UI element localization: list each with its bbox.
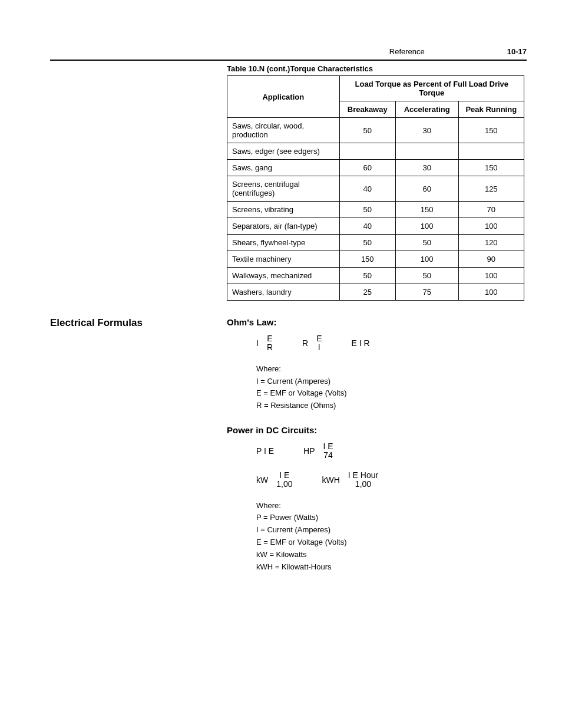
cell-accelerating: 50 (395, 235, 458, 251)
cell-accelerating: 150 (395, 202, 458, 218)
fraction: E R (267, 334, 273, 353)
fraction-top: I E (279, 471, 289, 480)
cell-peak: 70 (458, 202, 524, 218)
cell-breakaway: 50 (339, 118, 395, 143)
table-row: Separators, air (fan-type) 40 100 100 (227, 218, 524, 235)
fraction-bot: R (267, 343, 273, 352)
table-col-application: Application (227, 76, 340, 118)
fraction: I E 1,00 (276, 471, 292, 489)
cell-breakaway: 150 (339, 251, 395, 268)
table-row: Textile machinery 150 100 90 (227, 251, 524, 268)
header-page-number: 10-17 (507, 47, 527, 56)
where-line: R = Resistance (Ohms) (256, 400, 527, 412)
where-line: E = EMF or Voltage (Volts) (256, 387, 527, 400)
cell-application: Walkways, mechanized (227, 268, 340, 284)
table-row: Saws, edger (see edgers) (227, 143, 524, 160)
where-line: kW = Kilowatts (256, 549, 527, 561)
cell-peak (458, 143, 524, 160)
cell-application: Washers, laundry (227, 284, 340, 301)
where-line: P = Power (Watts) (256, 512, 527, 524)
cell-accelerating: 30 (395, 118, 458, 143)
where-block-ohms: Where: I = Current (Amperes) E = EMF or … (256, 363, 527, 412)
table-row: Shears, flywheel-type 50 50 120 (227, 235, 524, 251)
formula-row-dc-1: P I E HP I E 74 (256, 442, 527, 460)
table-col-breakaway: Breakaway (339, 101, 395, 118)
formula-lhs: I (256, 338, 259, 348)
cell-application: Screens, vibrating (227, 202, 340, 218)
subsection-power-dc: Power in DC Circuits: (227, 425, 527, 435)
fraction-top: E (316, 334, 322, 343)
cell-accelerating: 60 (395, 176, 458, 202)
table-col-group-title: Load Torque as Percent of Full Load Driv… (339, 76, 524, 101)
cell-accelerating: 75 (395, 284, 458, 301)
table-row: Walkways, mechanized 50 50 100 (227, 268, 524, 284)
header-chapter: Reference (389, 47, 425, 56)
subsection-ohms-law: Ohm's Law: (227, 317, 527, 327)
cell-peak: 90 (458, 251, 524, 268)
table-row: Saws, circular, wood, production 50 30 1… (227, 118, 524, 143)
formula-e-equals-i-r: E I R (351, 334, 369, 353)
formula-lhs: HP (303, 446, 315, 456)
formula-lhs: kWH (322, 475, 339, 485)
table-row: Screens, vibrating 50 150 70 (227, 202, 524, 218)
where-label: Where: (256, 363, 527, 375)
fraction-bot: 74 (323, 451, 333, 460)
cell-application: Saws, edger (see edgers) (227, 143, 340, 160)
where-label: Where: (256, 500, 527, 512)
table-row: Washers, laundry 25 75 100 (227, 284, 524, 301)
table-row: Screens, centrifugal (centrifuges) 40 60… (227, 176, 524, 202)
where-line: I = Current (Amperes) (256, 375, 527, 388)
cell-accelerating: 100 (395, 218, 458, 235)
section-heading-electrical-formulas: Electrical Formulas (50, 317, 227, 586)
cell-peak: 150 (458, 118, 524, 143)
cell-accelerating: 30 (395, 160, 458, 176)
cell-accelerating: 100 (395, 251, 458, 268)
cell-peak: 150 (458, 160, 524, 176)
formula-row-dc-2: kW I E 1,00 kWH I E Hour 1,00 (256, 471, 527, 489)
cell-breakaway: 50 (339, 235, 395, 251)
formula-hp: HP I E 74 (303, 442, 333, 460)
cell-peak: 125 (458, 176, 524, 202)
where-line: I = Current (Amperes) (256, 524, 527, 536)
cell-peak: 100 (458, 284, 524, 301)
formula-lhs: kW (256, 475, 268, 485)
cell-application: Saws, circular, wood, production (227, 118, 340, 143)
page-header: Reference 10-17 (50, 47, 527, 61)
cell-application: Shears, flywheel-type (227, 235, 340, 251)
fraction-bot: 1,00 (355, 480, 371, 489)
fraction: I E Hour 1,00 (348, 471, 378, 489)
formula-lhs: R (302, 338, 308, 348)
table-caption: Table 10.N (cont.)Torque Characteristics (227, 64, 527, 73)
table-col-accelerating: Accelerating (395, 101, 458, 118)
formula-text: E I R (351, 338, 369, 348)
formula-kw: kW I E 1,00 (256, 471, 292, 489)
where-block-dc: Where: P = Power (Watts) I = Current (Am… (256, 500, 527, 574)
cell-breakaway: 50 (339, 268, 395, 284)
fraction: E I (316, 334, 322, 353)
formula-r-equals-e-over-i: R E I (302, 334, 322, 353)
cell-breakaway: 40 (339, 176, 395, 202)
cell-breakaway: 60 (339, 160, 395, 176)
cell-peak: 100 (458, 268, 524, 284)
cell-application: Separators, air (fan-type) (227, 218, 340, 235)
formula-text: P I E (256, 446, 274, 456)
fraction-bot: 1,00 (276, 480, 292, 489)
formula-p-equals-i-e: P I E (256, 442, 274, 460)
fraction-top: E (267, 334, 272, 343)
cell-accelerating: 50 (395, 268, 458, 284)
torque-table: Application Load Torque as Percent of Fu… (227, 75, 524, 301)
where-line: kWH = Kilowatt-Hours (256, 561, 527, 574)
formula-i-equals-e-over-r: I E R (256, 334, 273, 353)
fraction-bot: I (318, 343, 320, 352)
cell-breakaway (339, 143, 395, 160)
cell-breakaway: 50 (339, 202, 395, 218)
cell-application: Saws, gang (227, 160, 340, 176)
table-row: Saws, gang 60 30 150 (227, 160, 524, 176)
table-col-peak-running: Peak Running (458, 101, 524, 118)
fraction: I E 74 (323, 442, 333, 460)
fraction-top: I E Hour (348, 471, 378, 480)
fraction-top: I E (323, 442, 333, 451)
cell-accelerating (395, 143, 458, 160)
formula-kwh: kWH I E Hour 1,00 (322, 471, 378, 489)
cell-breakaway: 40 (339, 218, 395, 235)
